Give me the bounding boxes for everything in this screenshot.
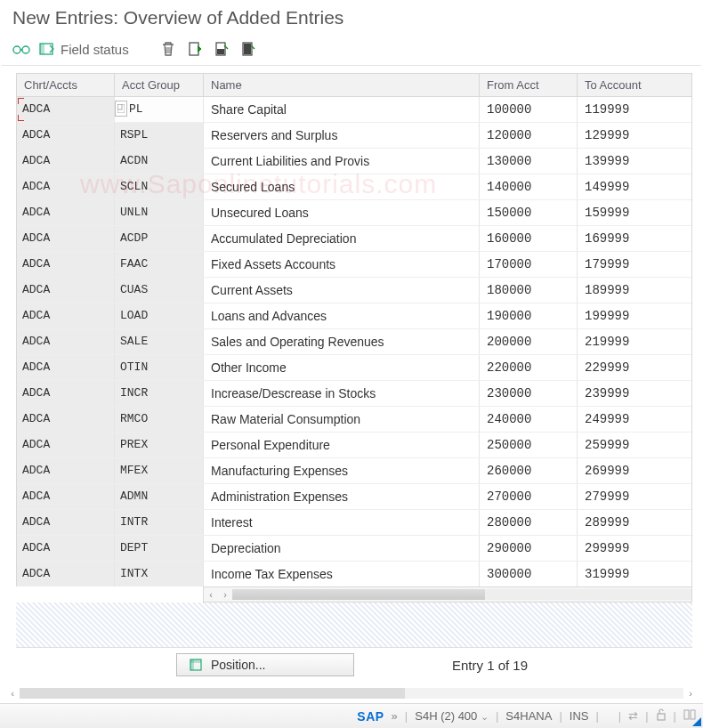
scroll-left-icon[interactable]: ‹ (5, 688, 20, 699)
name-cell[interactable]: Current Assets (204, 278, 480, 303)
to-account-cell[interactable]: 179999 (578, 252, 691, 277)
resize-grip-icon[interactable] (692, 717, 701, 726)
to-account-cell[interactable]: 139999 (578, 149, 691, 174)
name-cell[interactable]: Secured Loans (204, 174, 480, 199)
from-account-cell[interactable]: 240000 (480, 407, 578, 432)
account-group-cell[interactable]: UNLN (115, 200, 203, 225)
select-all-icon[interactable] (186, 40, 204, 58)
chart-of-accounts-cell[interactable]: ADCA (17, 303, 114, 328)
field-status-button[interactable]: Field status (39, 42, 129, 57)
table-row[interactable]: ADCAPLShare Capital100000119999 (17, 97, 691, 122)
name-cell[interactable]: Sales and Operating Revenues (204, 329, 480, 354)
name-cell[interactable]: Current Liabilities and Provis (204, 149, 480, 174)
chart-of-accounts-cell[interactable]: ADCA (17, 355, 114, 380)
account-group-cell[interactable]: CUAS (115, 278, 203, 303)
from-account-cell[interactable]: 120000 (480, 123, 578, 148)
to-account-cell[interactable]: 249999 (578, 407, 691, 432)
chart-of-accounts-cell[interactable]: ADCA (17, 381, 114, 406)
from-account-cell[interactable]: 260000 (480, 458, 578, 483)
table-row[interactable]: ADCAADMNAdministration Expenses270000279… (17, 483, 691, 509)
account-group-cell[interactable]: INTR (115, 510, 203, 535)
to-account-cell[interactable]: 299999 (578, 536, 691, 561)
col-header-group[interactable]: Acct Group (115, 74, 204, 97)
col-header-name[interactable]: Name (204, 74, 480, 97)
name-cell[interactable]: Increase/Descrease in Stocks (204, 381, 480, 406)
glasses-icon[interactable] (12, 40, 30, 58)
table-row[interactable]: ADCAPREXPersonal Expenditure250000259999 (17, 432, 691, 457)
account-group-cell[interactable]: LOAD (115, 303, 203, 328)
account-group-cell[interactable]: MFEX (115, 458, 203, 483)
chart-of-accounts-cell[interactable]: ADCA (17, 536, 114, 561)
chart-of-accounts-cell[interactable]: ADCA (17, 200, 114, 225)
table-row[interactable]: ADCAUNLNUnsecured Loans150000159999 (17, 199, 691, 225)
name-cell[interactable]: Loans and Advances (204, 303, 480, 328)
table-row[interactable]: ADCAFAACFixed Assets Accounts17000017999… (17, 251, 691, 277)
table-row[interactable]: ADCAOTINOther Income220000229999 (17, 354, 691, 380)
name-cell[interactable]: Unsecured Loans (204, 200, 480, 225)
to-account-cell[interactable]: 149999 (578, 174, 691, 199)
to-account-cell[interactable]: 229999 (578, 355, 691, 380)
table-row[interactable]: ADCARSPLReservers and Surplus12000012999… (17, 122, 691, 148)
from-account-cell[interactable]: 190000 (480, 303, 578, 328)
col-header-from[interactable]: From Acct (480, 74, 578, 97)
account-group-cell[interactable]: DEPT (115, 536, 203, 561)
sync-icon[interactable]: ⇄ (628, 709, 638, 723)
from-account-cell[interactable]: 150000 (480, 200, 578, 225)
account-group-cell[interactable]: OTIN (115, 355, 203, 380)
name-cell[interactable]: Reservers and Surplus (204, 123, 480, 148)
to-account-cell[interactable]: 289999 (578, 510, 691, 535)
account-group-cell[interactable]: RSPL (115, 123, 203, 148)
from-account-cell[interactable]: 270000 (480, 484, 578, 509)
name-cell[interactable]: Other Income (204, 355, 480, 380)
name-cell[interactable]: Interest (204, 510, 480, 535)
table-row[interactable]: ADCADEPTDepreciation290000299999 (17, 535, 691, 561)
to-account-cell[interactable]: 319999 (578, 562, 691, 586)
col-header-chart[interactable]: Chrt/Accts (17, 74, 115, 97)
to-account-cell[interactable]: 259999 (578, 433, 691, 457)
to-account-cell[interactable]: 239999 (578, 381, 691, 406)
chart-of-accounts-cell[interactable]: ADCA (17, 433, 114, 457)
account-group-cell[interactable]: ADMN (115, 484, 203, 509)
account-group-cell[interactable]: RMCO (115, 407, 203, 432)
chart-of-accounts-cell[interactable]: ADCA (17, 458, 114, 483)
from-account-cell[interactable]: 180000 (480, 278, 578, 303)
table-row[interactable]: ADCARMCORaw Material Consumption24000024… (17, 406, 691, 432)
table-row[interactable]: ADCAACDPAccumulated Depreciation16000016… (17, 225, 691, 251)
table-row[interactable]: ADCAMFEXManufacturing Expenses2600002699… (17, 457, 691, 483)
chart-of-accounts-cell[interactable]: ADCA (17, 174, 114, 199)
from-account-cell[interactable]: 140000 (480, 174, 578, 199)
table-row[interactable]: ADCASCLNSecured Loans140000149999 (17, 174, 691, 199)
table-row[interactable]: ADCAINTRInterest280000289999 (17, 509, 691, 535)
deselect-all-icon[interactable] (239, 40, 257, 58)
chart-of-accounts-cell[interactable]: ADCA (17, 252, 114, 277)
from-account-cell[interactable]: 230000 (480, 381, 578, 406)
account-group-cell[interactable]: FAAC (115, 252, 203, 277)
name-cell[interactable]: Accumulated Depreciation (204, 226, 480, 251)
table-row[interactable]: ADCALOADLoans and Advances190000199999 (17, 303, 691, 328)
lock-icon[interactable] (656, 708, 667, 724)
table-row[interactable]: ADCAINTXIncome Tax Expenses300000319999 (17, 561, 691, 586)
name-cell[interactable]: Administration Expenses (204, 484, 480, 509)
chart-of-accounts-cell[interactable]: ADCA (17, 149, 114, 174)
to-account-cell[interactable]: 159999 (578, 200, 691, 225)
from-account-cell[interactable]: 200000 (480, 329, 578, 354)
to-account-cell[interactable]: 169999 (578, 226, 691, 251)
expand-icon[interactable]: » (392, 709, 398, 723)
name-cell[interactable]: Income Tax Expenses (204, 562, 480, 586)
table-row[interactable]: ADCAINCRIncrease/Descrease in Stocks2300… (17, 380, 691, 406)
scroll-left-icon[interactable]: ‹ (204, 589, 218, 600)
position-button[interactable]: Position... (176, 653, 354, 676)
name-cell[interactable]: Share Capital (204, 97, 480, 122)
chart-of-accounts-cell[interactable]: ADCA (17, 278, 114, 303)
from-account-cell[interactable]: 160000 (480, 226, 578, 251)
table-row[interactable]: ADCASALESales and Operating Revenues2000… (17, 328, 691, 354)
to-account-cell[interactable]: 189999 (578, 278, 691, 303)
delete-icon[interactable] (159, 40, 177, 58)
account-group-cell[interactable]: INTX (115, 562, 203, 586)
from-account-cell[interactable]: 100000 (480, 97, 578, 122)
from-account-cell[interactable]: 280000 (480, 510, 578, 535)
name-cell[interactable]: Raw Material Consumption (204, 407, 480, 432)
table-row[interactable]: ADCACUASCurrent Assets180000189999 (17, 277, 691, 303)
to-account-cell[interactable]: 119999 (578, 97, 691, 122)
from-account-cell[interactable]: 250000 (480, 433, 578, 457)
